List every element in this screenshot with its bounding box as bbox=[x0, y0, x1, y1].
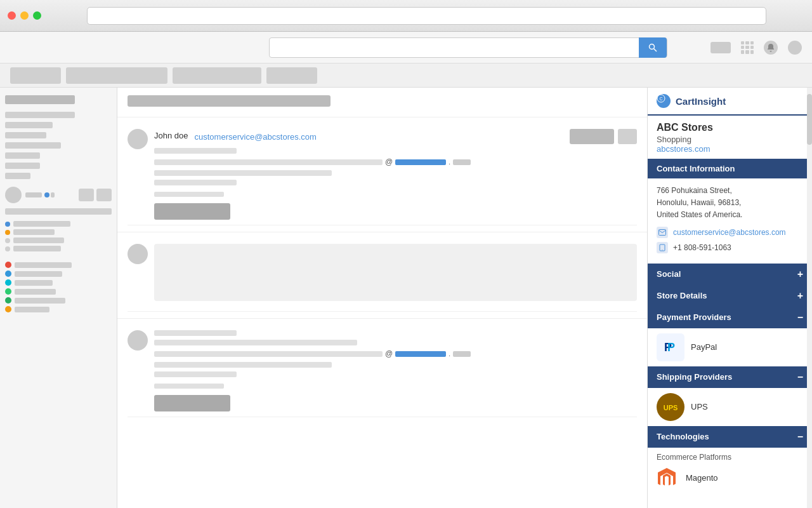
sidebar-item-4 bbox=[5, 142, 61, 149]
technologies-section-label: Technologies bbox=[657, 432, 709, 441]
social-section-header[interactable]: Social + bbox=[648, 264, 812, 285]
contact-section-content: 766 Pohukaina Street, Honolulu, Hawaii, … bbox=[648, 178, 812, 264]
sidebar-btn-1[interactable] bbox=[79, 189, 94, 201]
colored-dot-3 bbox=[5, 279, 112, 286]
email-meta-3: @ . bbox=[154, 330, 637, 411]
email-placeholder-3 bbox=[154, 180, 237, 185]
tab-3[interactable] bbox=[173, 67, 261, 84]
email-item-1: John doe customerservice@abcstores.com @ bbox=[128, 124, 637, 225]
paypal-logo: P P bbox=[657, 333, 684, 361]
ups-name: UPS bbox=[691, 402, 708, 411]
social-section-label: Social bbox=[657, 269, 681, 279]
phone-icon bbox=[657, 242, 668, 253]
colored-dot-4 bbox=[5, 288, 112, 295]
toolbar-icons bbox=[710, 41, 802, 55]
browser-toolbar bbox=[0, 32, 812, 64]
sidebar-item-6 bbox=[5, 163, 40, 169]
email-icon bbox=[657, 227, 668, 238]
contact-section-header[interactable]: Contact Information bbox=[648, 159, 812, 178]
paypal-provider-row: P P PayPal bbox=[648, 328, 812, 366]
address-bar[interactable] bbox=[87, 7, 766, 25]
contact-email[interactable]: customerservice@abcstores.com bbox=[673, 228, 786, 237]
sidebar-name-bar bbox=[25, 192, 42, 197]
tab-1[interactable] bbox=[10, 67, 61, 84]
sidebar-dot-item-3 bbox=[5, 237, 112, 243]
payment-section-header[interactable]: Payment Providers − bbox=[648, 307, 812, 328]
toolbar-icon-1 bbox=[710, 42, 731, 53]
sidebar-item-1 bbox=[5, 112, 75, 118]
content-header-bar bbox=[128, 95, 331, 107]
window-chrome bbox=[0, 0, 812, 32]
magento-row: Magento bbox=[648, 464, 812, 495]
minimize-button[interactable] bbox=[20, 11, 29, 20]
scrollbar-track bbox=[807, 88, 812, 508]
tab-bar bbox=[0, 64, 812, 88]
store-link[interactable]: abcstores.com bbox=[648, 144, 812, 159]
ups-provider-row: UPS UPS bbox=[648, 388, 812, 426]
reply-button[interactable] bbox=[570, 129, 614, 144]
social-toggle-icon[interactable]: + bbox=[797, 269, 803, 280]
sidebar-btn-2[interactable] bbox=[96, 189, 112, 201]
email-placeholder-4 bbox=[154, 192, 224, 197]
close-button[interactable] bbox=[8, 11, 16, 20]
svg-text:UPS: UPS bbox=[664, 404, 678, 411]
email-avatar-2 bbox=[128, 244, 148, 264]
maximize-button[interactable] bbox=[33, 11, 41, 20]
panel-header: C CartInsight bbox=[648, 88, 812, 116]
sidebar-dot-item-4 bbox=[5, 246, 112, 251]
user-icon[interactable] bbox=[788, 41, 802, 55]
ecom-platforms-label: Ecommerce Platforms bbox=[648, 448, 812, 464]
email-placeholder-1 bbox=[154, 148, 237, 154]
payment-toggle-icon[interactable]: − bbox=[797, 312, 803, 323]
sidebar-item-5 bbox=[5, 152, 40, 159]
colored-dot-1 bbox=[5, 262, 112, 268]
search-button[interactable] bbox=[639, 37, 667, 58]
email-meta-1: John doe customerservice@abcstores.com @ bbox=[154, 129, 637, 220]
sidebar-item-3 bbox=[5, 132, 46, 138]
sender-email[interactable]: customerservice@abcstores.com bbox=[195, 132, 317, 142]
email3-placeholder-5 bbox=[154, 384, 224, 389]
email-item-3: @ . bbox=[128, 325, 637, 417]
store-category: Shopping bbox=[648, 135, 812, 144]
svg-line-1 bbox=[654, 48, 657, 51]
store-name: ABC Stores bbox=[648, 116, 812, 135]
contact-phone-row: +1 808-591-1063 bbox=[657, 242, 803, 253]
colored-dot-2 bbox=[5, 271, 112, 277]
payment-section-label: Payment Providers bbox=[657, 312, 731, 322]
send-button-3[interactable] bbox=[154, 395, 230, 411]
magento-logo bbox=[657, 467, 679, 490]
svg-text:P: P bbox=[667, 341, 675, 354]
content-area: John doe customerservice@abcstores.com @ bbox=[117, 88, 647, 508]
contact-address: 766 Pohukaina Street, Honolulu, Hawaii, … bbox=[657, 185, 803, 222]
right-panel: C CartInsight ABC Stores Shopping abcsto… bbox=[647, 88, 812, 508]
sidebar-person bbox=[5, 187, 112, 203]
store-details-toggle-icon[interactable]: + bbox=[797, 290, 803, 302]
email-avatar-3 bbox=[128, 330, 148, 351]
compose-area bbox=[154, 244, 637, 301]
shipping-toggle-icon[interactable]: − bbox=[797, 371, 803, 383]
tab-2[interactable] bbox=[66, 67, 167, 84]
sender-name: John doe bbox=[154, 131, 188, 140]
scrollbar-thumb[interactable] bbox=[807, 94, 812, 145]
email3-placeholder-3 bbox=[154, 362, 332, 368]
notification-icon[interactable] bbox=[764, 41, 778, 55]
technologies-toggle-icon[interactable]: − bbox=[797, 431, 803, 443]
svg-point-0 bbox=[650, 44, 655, 49]
tab-4[interactable] bbox=[266, 67, 317, 84]
svg-point-5 bbox=[662, 250, 663, 250]
technologies-section-header[interactable]: Technologies − bbox=[648, 426, 812, 448]
sidebar-item-7 bbox=[5, 173, 30, 179]
sidebar-status-bar bbox=[5, 208, 112, 215]
shipping-section-header[interactable]: Shipping Providers − bbox=[648, 366, 812, 388]
svg-text:C: C bbox=[659, 97, 662, 101]
main-layout: John doe customerservice@abcstores.com @ bbox=[0, 88, 812, 508]
send-button[interactable] bbox=[154, 203, 230, 220]
sidebar-heading bbox=[5, 95, 75, 104]
ups-logo: UPS bbox=[657, 393, 684, 421]
email3-placeholder-2 bbox=[154, 340, 357, 345]
action-button[interactable] bbox=[618, 129, 637, 144]
traffic-lights bbox=[8, 11, 41, 20]
search-bar[interactable] bbox=[269, 37, 667, 58]
store-details-section-header[interactable]: Store Details + bbox=[648, 285, 812, 307]
sidebar-dot-item-1 bbox=[5, 221, 112, 227]
